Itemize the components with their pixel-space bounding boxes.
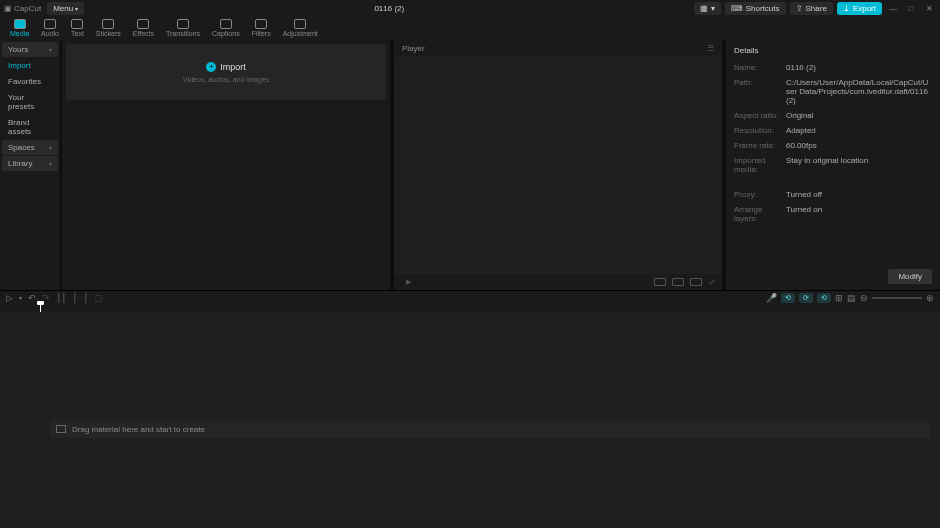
expand-icon[interactable]: ⤢ [708,277,716,287]
tool-label: Stickers [96,30,121,37]
export-button[interactable]: ⤓ Export [837,2,882,15]
tool-stickers[interactable]: Stickers [90,18,127,38]
minimize-icon[interactable]: — [886,4,900,13]
link-chip-1[interactable]: ⟲ [781,293,795,303]
detail-value: 60.00fps [786,141,932,150]
detail-value: 0116 (2) [786,63,932,72]
timeline-empty-message: Drag material here and start to create [50,420,930,438]
sidebar-item-label: Spaces [8,143,35,152]
detail-label: Frame rate: [734,141,786,150]
media-icon [14,19,26,29]
sidebar-item-spaces[interactable]: Spaces [2,140,58,155]
adjustment-icon [294,19,306,29]
detail-row: Path:C:/Users/User/AppData/Local/CapCut/… [734,78,932,105]
titlebar: CapCut Menu 0116 (2) ▦ ▾ ⌨ Shortcuts ⇪ S… [0,0,940,16]
detail-label: Path: [734,78,786,105]
detail-label: Aspect ratio: [734,111,786,120]
media-sidebar: YoursImportFavoritesYour presetsBrand as… [0,40,60,290]
detail-value: Turned off [786,190,932,199]
sidebar-item-label: Yours [8,45,28,54]
fullscreen-icon[interactable] [672,278,684,286]
delete-icon[interactable]: ▢ [94,293,103,303]
tool-label: Text [71,30,84,37]
trim-left-icon[interactable]: ┃ [72,293,77,303]
zoom-slider[interactable] [872,297,922,299]
tool-text[interactable]: Text [65,18,90,38]
pointer-chevron-icon[interactable]: ▾ [19,294,22,301]
detail-value: Adapted [786,126,932,135]
sidebar-item-favorites[interactable]: Favorites [2,74,58,89]
tool-media[interactable]: Media [4,18,35,38]
timeline-ruler[interactable] [0,304,940,312]
titlebar-right: ▦ ▾ ⌨ Shortcuts ⇪ Share ⤓ Export — □ ✕ [694,2,936,15]
details-title: Details [734,46,932,55]
detail-row: Imported media:Stay in original location [734,156,932,174]
layout-toggle[interactable]: ▦ ▾ [694,2,720,15]
link-chip-2[interactable]: ⟳ [799,293,813,303]
stickers-icon [102,19,114,29]
maximize-icon[interactable]: □ [904,4,918,13]
import-label: Import [220,62,246,72]
tool-captions[interactable]: Captions [206,18,246,38]
undo-icon[interactable]: ↶ [28,293,36,303]
play-icon[interactable]: ▶ [406,278,411,286]
tool-label: Media [10,30,29,37]
menu-button[interactable]: Menu [47,2,84,15]
app-name: CapCut [4,4,41,13]
magnet-icon[interactable]: ⊞ [835,293,843,303]
trim-right-icon[interactable]: ┃ [83,293,88,303]
mic-icon[interactable]: 🎤 [766,293,777,303]
detail-value: Original [786,111,932,120]
zoom-out-icon[interactable]: ⊖ [860,293,868,303]
tool-label: Captions [212,30,240,37]
sidebar-item-brand-assets[interactable]: Brand assets [2,115,58,139]
timeline[interactable]: Drag material here and start to create [0,312,940,528]
media-area: + Import Videos, audios, and images [62,40,390,290]
tool-adjustment[interactable]: Adjustment [277,18,324,38]
sidebar-item-label: Library [8,159,32,168]
import-subtitle: Videos, audios, and images [183,76,269,83]
tool-effects[interactable]: Effects [127,18,160,38]
tool-label: Effects [133,30,154,37]
detail-row: Frame rate:60.00fps [734,141,932,150]
tool-filters[interactable]: Filters [246,18,277,38]
sidebar-item-yours[interactable]: Yours [2,42,58,57]
detail-value: Turned on [786,205,932,223]
detail-label: Resolution: [734,126,786,135]
pointer-icon[interactable]: ▷ [6,293,13,303]
detail-label: Name: [734,63,786,72]
toolbar: MediaAudioTextStickersEffectsTransitions… [0,16,940,40]
transitions-icon [177,19,189,29]
captions-icon [220,19,232,29]
player-panel: Player ☰ ▶ ⤢ [394,40,722,290]
playhead[interactable] [40,304,41,312]
tracks-icon[interactable]: ▤ [847,293,856,303]
zoom-in-icon[interactable]: ⊕ [926,293,934,303]
import-dropzone[interactable]: + Import Videos, audios, and images [66,44,386,100]
shortcuts-button[interactable]: ⌨ Shortcuts [725,2,786,15]
ratio-icon[interactable] [654,278,666,286]
modify-button[interactable]: Modify [888,269,932,284]
detail-row: Proxy:Turned off [734,190,932,199]
split-icon[interactable]: ┃┃ [56,293,66,303]
link-chip-3[interactable]: ⟲ [817,293,831,303]
sidebar-item-import[interactable]: Import [2,58,58,73]
import-button[interactable]: + Import [206,62,246,72]
player-menu-icon[interactable]: ☰ [707,44,714,53]
close-icon[interactable]: ✕ [922,4,936,13]
tool-label: Adjustment [283,30,318,37]
detail-label: Imported media: [734,156,786,174]
tool-audio[interactable]: Audio [35,18,65,38]
timeline-toolbar: ▷ ▾ ↶ ↷ ┃┃ ┃ ┃ ▢ 🎤 ⟲ ⟳ ⟲ ⊞ ▤ ⊖ ⊕ [0,290,940,304]
sidebar-item-label: Import [8,61,31,70]
player-header: Player ☰ [394,40,722,57]
compare-icon[interactable] [690,278,702,286]
sidebar-item-your-presets[interactable]: Your presets [2,90,58,114]
project-title: 0116 (2) [84,4,694,13]
sidebar-item-label: Your presets [8,93,52,111]
share-button[interactable]: ⇪ Share [790,2,833,15]
tool-transitions[interactable]: Transitions [160,18,206,38]
sidebar-item-library[interactable]: Library [2,156,58,171]
detail-label: Arrange layers: [734,205,786,223]
detail-label: Proxy: [734,190,786,199]
